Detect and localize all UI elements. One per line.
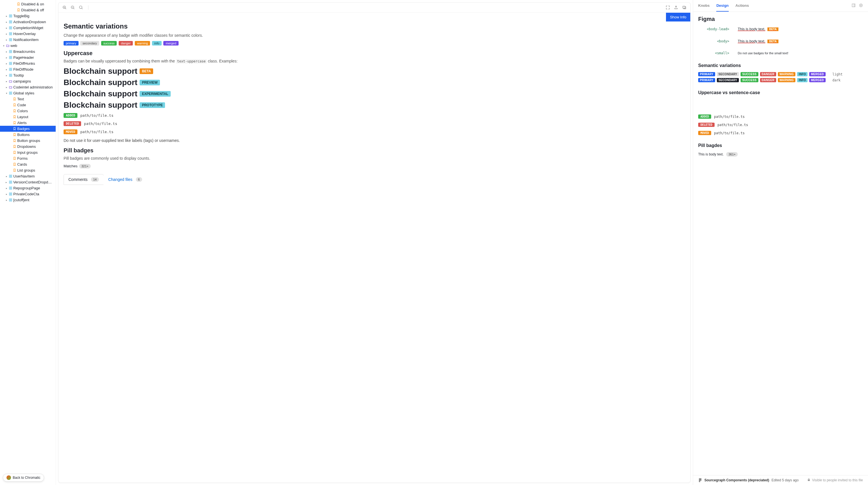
tab-changed-files[interactable]: Changed files6 <box>103 174 147 185</box>
sidebar-item-completionwidget[interactable]: ▸CompletionWidget <box>0 25 56 31</box>
tab-actions[interactable]: Actions <box>736 0 749 11</box>
sidebar-item-disabled-off[interactable]: Disabled & off <box>0 7 56 13</box>
tab-knobs[interactable]: Knobs <box>698 0 710 11</box>
sidebar-item--cutoff-ent[interactable]: ▸[cutoff]ent <box>0 197 56 203</box>
tree-caret-icon[interactable]: ▸ <box>5 21 8 24</box>
svg-rect-35 <box>11 69 12 71</box>
badge-success: success <box>101 41 117 46</box>
story-icon <box>13 121 16 124</box>
svg-rect-59 <box>11 194 12 195</box>
tree-caret-icon[interactable]: ▾ <box>2 44 5 47</box>
tab-comments[interactable]: Comments14 <box>64 174 104 185</box>
svg-rect-40 <box>9 92 10 93</box>
svg-rect-18 <box>9 40 10 41</box>
tree-caret-icon[interactable]: ▾ <box>5 92 8 95</box>
show-info-button[interactable]: Show Info <box>666 13 690 22</box>
spec-body: <body> This is body text. BETA <box>698 39 863 43</box>
sidebar-item-filediffnode[interactable]: ▸FileDiffNode <box>0 66 56 72</box>
zoom-reset-icon[interactable] <box>79 5 83 10</box>
tree-caret-icon[interactable]: ▸ <box>5 187 8 190</box>
tree-caret-icon[interactable]: ▸ <box>5 199 8 202</box>
sidebar-item-codeintel-administration[interactable]: ▸Codeintel administration <box>0 84 56 90</box>
sidebar-item-togglebig[interactable]: ▸ToggleBig <box>0 13 56 19</box>
sidebar-item-label: PageHeader <box>13 55 34 60</box>
sidebar-item-dropdowns[interactable]: Dropdowns <box>0 144 56 150</box>
tree-caret-icon[interactable]: ▸ <box>5 32 8 35</box>
sidebar-item-repogrouppage[interactable]: ▸RepogroupPage <box>0 185 56 191</box>
sidebar-item-activationdropdown[interactable]: ▸ActivationDropdown <box>0 19 56 25</box>
sidebar-item-forms[interactable]: Forms <box>0 155 56 161</box>
tree-caret-icon[interactable]: ▸ <box>5 27 8 29</box>
sidebar-item-tooltip[interactable]: ▸Tooltip <box>0 72 56 78</box>
svg-rect-31 <box>11 64 12 65</box>
panel-close-icon[interactable] <box>859 3 863 8</box>
tree-caret-icon[interactable]: ▸ <box>5 15 8 18</box>
sidebar-item-notificationitem[interactable]: ▸NotificationItem <box>0 37 56 43</box>
sidebar-item-label: Text <box>17 97 24 101</box>
sidebar-item-web[interactable]: ▾web <box>0 43 56 49</box>
tree-caret-icon[interactable]: ▸ <box>5 80 8 83</box>
back-to-chromatic-button[interactable]: Back to Chromatic <box>3 474 44 482</box>
file-row-moved: MOVEDpath/to/file.ts <box>64 129 685 134</box>
sidebar-item-versioncontextdropdown[interactable]: ▸VersionContextDropdown <box>0 179 56 185</box>
sidebar-item-text[interactable]: Text <box>0 96 56 102</box>
sidebar-item-buttons[interactable]: Buttons <box>0 132 56 138</box>
sidebar-item-code[interactable]: Code <box>0 102 56 108</box>
lock-icon <box>807 478 810 482</box>
p-file-path: path/to/file.ts <box>717 123 748 127</box>
share-icon[interactable] <box>674 5 678 10</box>
svg-rect-58 <box>9 194 10 195</box>
sidebar-item-label: Alerts <box>17 121 27 125</box>
tree-caret-icon[interactable]: ▸ <box>5 175 8 178</box>
sidebar-item-hoveroverlay[interactable]: ▸HoverOverlay <box>0 31 56 37</box>
sidebar-item-cards[interactable]: Cards <box>0 161 56 167</box>
sidebar-item-campaigns[interactable]: ▸campaigns <box>0 78 56 84</box>
zoom-in-icon[interactable] <box>62 5 67 10</box>
p-badge-secondary: SECONDARY <box>717 72 739 76</box>
sidebar-item-colors[interactable]: Colors <box>0 108 56 114</box>
sidebar-item-filediffhunks[interactable]: ▸FileDiffHunks <box>0 60 56 66</box>
copy-icon[interactable] <box>682 5 686 10</box>
tree-caret-icon[interactable]: ▸ <box>5 193 8 195</box>
tree-caret-icon[interactable]: ▸ <box>5 50 8 53</box>
svg-rect-5 <box>11 21 12 22</box>
sidebar-item-breadcrumbs[interactable]: ▸Breadcrumbs <box>0 49 56 55</box>
tree-caret-icon[interactable]: ▸ <box>5 74 8 77</box>
sidebar-item-input-groups[interactable]: Input groups <box>0 150 56 155</box>
heading-uppercase: Uppercase <box>64 50 685 57</box>
desc-semantic: Change the appearance of any badge with … <box>64 33 685 38</box>
sidebar-item-list-groups[interactable]: List groups <box>0 167 56 173</box>
sidebar-item-pageheader[interactable]: ▸PageHeader <box>0 55 56 60</box>
svg-rect-33 <box>11 68 12 69</box>
tree-caret-icon[interactable]: ▸ <box>5 62 8 65</box>
story-icon <box>13 127 16 130</box>
sidebar-item-global-styles[interactable]: ▾Global styles <box>0 90 56 96</box>
example-prototype: Blockchain supportPROTOTYPE <box>64 101 685 110</box>
panel-layout-icon[interactable] <box>851 3 856 8</box>
tree-caret-icon[interactable]: ▸ <box>5 68 8 71</box>
svg-rect-15 <box>11 34 12 35</box>
svg-rect-57 <box>11 193 12 194</box>
sidebar-item-usernavitem[interactable]: ▸UserNavItem <box>0 173 56 179</box>
tree-caret-icon[interactable]: ▸ <box>5 181 8 184</box>
tree-caret-icon[interactable]: ▸ <box>5 56 8 59</box>
component-icon <box>9 199 12 202</box>
sidebar-item-button-groups[interactable]: Button groups <box>0 138 56 144</box>
canvas-toolbar <box>59 3 690 13</box>
tree-caret-icon[interactable]: ▸ <box>5 86 8 89</box>
tab-design[interactable]: Design <box>716 0 728 11</box>
sidebar-item-badges[interactable]: Badges <box>0 126 56 132</box>
fullscreen-icon[interactable] <box>666 5 670 10</box>
component-icon <box>9 62 12 65</box>
canvas-area: Show Info Semantic variations Change the… <box>56 0 693 485</box>
sidebar-item-alerts[interactable]: Alerts <box>0 120 56 126</box>
zoom-out-icon[interactable] <box>71 5 75 10</box>
sidebar-item-disabled-on[interactable]: Disabled & on <box>0 1 56 7</box>
sidebar-item-layout[interactable]: Layout <box>0 114 56 120</box>
svg-rect-68 <box>852 4 855 7</box>
tree-caret-icon[interactable]: ▸ <box>5 38 8 41</box>
component-icon <box>9 50 12 53</box>
svg-rect-39 <box>11 75 12 77</box>
sidebar-item-label: Button groups <box>17 139 40 143</box>
sidebar-item-privatecodecta[interactable]: ▸PrivateCodeCta <box>0 191 56 197</box>
